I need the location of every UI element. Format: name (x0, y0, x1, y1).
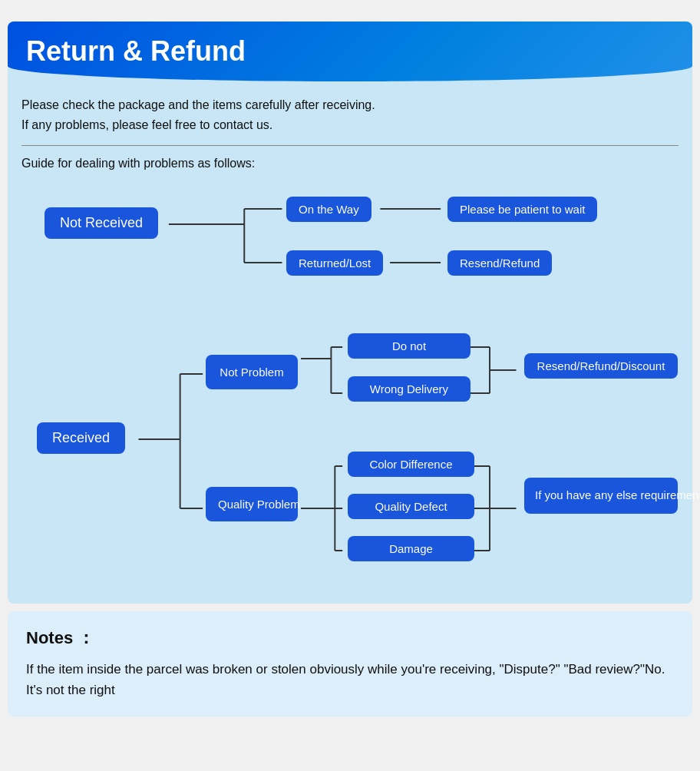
page-title: Return & Refund (26, 35, 246, 67)
flow-bottom-container: Received Not Problem Do not Wrong Delive… (21, 316, 679, 577)
quality-defect-node: Quality Defect (348, 494, 474, 519)
not-received-node: Not Received (45, 207, 158, 239)
damage-node: Damage (348, 536, 474, 561)
main-card: Return & Refund Please check the package… (8, 22, 692, 604)
notes-title: Notes ： (26, 627, 674, 650)
resend-refund-discount-node: Resend/Refund/Discount (524, 353, 678, 379)
title-banner: Return & Refund (8, 22, 692, 81)
divider (21, 145, 679, 146)
received-node: Received (37, 422, 125, 454)
intro-line1: Please check the package and the items c… (21, 98, 375, 111)
notes-body: If the item inside the parcel was broken… (26, 659, 674, 700)
color-difference-node: Color Difference (348, 452, 474, 477)
not-problem-node: Not Problem (206, 355, 298, 389)
on-the-way-node: On the Way (286, 197, 371, 222)
flowchart-bottom: Received Not Problem Do not Wrong Delive… (8, 316, 692, 577)
do-not-node: Do not (348, 333, 471, 359)
returned-lost-node: Returned/Lost (286, 250, 383, 276)
resend-refund-top-node: Resend/Refund (447, 250, 552, 276)
flowchart-top: Not Received On the Way Please be patien… (8, 186, 692, 293)
intro-text: Please check the package and the items c… (8, 95, 692, 134)
quality-problem-node: Quality Problem (206, 487, 298, 521)
wrong-delivery-node: Wrong Delivery (348, 376, 471, 402)
intro-line2: If any problems, please feel free to con… (21, 118, 272, 131)
notes-card: Notes ： If the item inside the parcel wa… (8, 611, 692, 716)
flow-top-container: Not Received On the Way Please be patien… (21, 186, 679, 293)
please-wait-node: Please be patient to wait (447, 197, 597, 222)
guide-label: Guide for dealing with problems as follo… (8, 157, 692, 170)
if-you-have-node: If you have any else requirements, you c… (524, 478, 678, 514)
